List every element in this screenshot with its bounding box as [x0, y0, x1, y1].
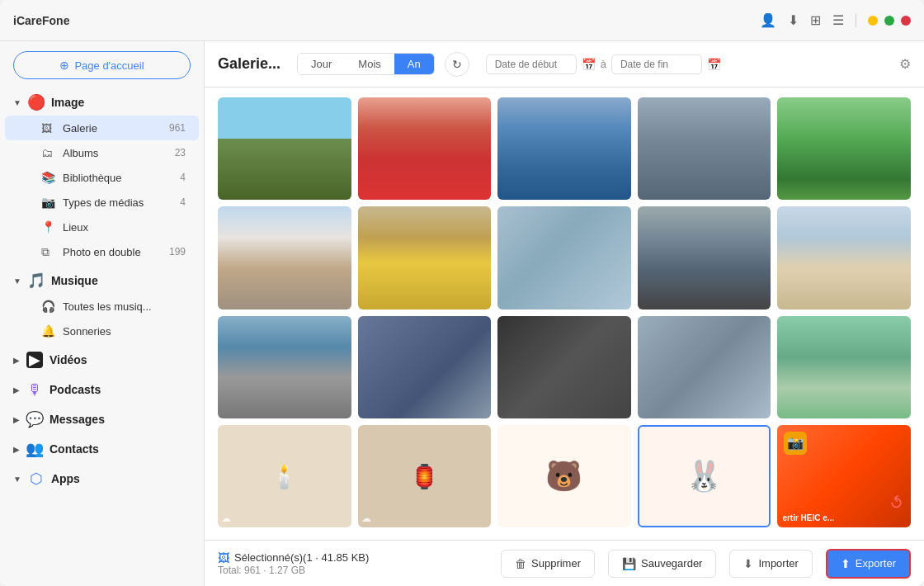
date-filter-group: 📅 à 📅 — [486, 54, 721, 74]
sidebar-section-header-contacts[interactable]: ▶ 👥 Contacts — [0, 436, 204, 462]
minimize-button[interactable] — [868, 16, 878, 26]
date-separator: à — [601, 58, 606, 70]
content-header: Galerie... Jour Mois An ↻ 📅 à 📅 ⚙ — [205, 41, 924, 87]
albums-count: 23 — [175, 147, 186, 158]
settings-icon[interactable]: ⚙ — [899, 56, 911, 72]
tab-mois[interactable]: Mois — [345, 54, 394, 74]
photo-cell-3[interactable] — [497, 97, 631, 200]
home-icon: ⊕ — [59, 59, 69, 72]
photo-cell-12[interactable] — [358, 316, 492, 418]
date-end-calendar-icon[interactable]: 📅 — [707, 58, 721, 71]
photo-cell-11[interactable] — [218, 316, 351, 418]
content-area: Galerie... Jour Mois An ↻ 📅 à 📅 ⚙ — [205, 41, 924, 586]
sidebar-section-contacts: ▶ 👥 Contacts — [0, 436, 204, 462]
photo-cell-17[interactable]: 🏮 ☁ — [358, 425, 492, 527]
importer-button[interactable]: ⬇ Importer — [729, 550, 812, 578]
photo-cell-15[interactable] — [777, 316, 911, 418]
sidebar-item-types[interactable]: 📷 Types de médias 4 — [5, 190, 199, 215]
sidebar-section-header-videos[interactable]: ▶ ▶ Vidéos — [0, 347, 204, 373]
section-arrow-apps: ▼ — [13, 475, 21, 484]
sauvegarder-icon: 💾 — [622, 557, 636, 570]
podcasts-section-label: Podcasts — [50, 383, 101, 396]
contacts-section-label: Contacts — [50, 442, 99, 456]
heic-arrow-icon: ↺ — [885, 491, 908, 515]
photo-cell-18[interactable]: 🐻 — [497, 425, 631, 527]
sidebar-section-header-podcasts[interactable]: ▶ 🎙 Podcasts — [0, 376, 204, 403]
sidebar-item-toutes[interactable]: 🎧 Toutes les musiq... — [5, 294, 199, 319]
galerie-count: 961 — [169, 122, 186, 134]
close-button[interactable] — [901, 16, 911, 26]
photo-cell-14[interactable] — [638, 316, 771, 418]
sidebar-section-header-musique[interactable]: ▼ 🎵 Musique — [0, 267, 204, 294]
sidebar-section-videos: ▶ ▶ Vidéos — [0, 347, 204, 373]
photo-cell-2[interactable] — [358, 97, 492, 200]
home-button[interactable]: ⊕ Page d'accueil — [13, 51, 191, 79]
menu-icon[interactable]: ☰ — [832, 12, 844, 28]
title-bar-icons: 👤 ⬇ ⊞ ☰ — [760, 12, 911, 28]
sidebar-item-galerie[interactable]: 🖼 Galerie 961 — [5, 116, 199, 140]
sidebar-item-lieux[interactable]: 📍 Lieux — [5, 215, 199, 239]
profile-icon[interactable]: 👤 — [760, 12, 776, 28]
selection-info: 🖼 Sélectionné(s)(1 · 41.85 KB) Total: 96… — [218, 551, 488, 576]
app-title: iCareFone — [13, 14, 69, 27]
sidebar-item-sonneries[interactable]: 🔔 Sonneries — [5, 319, 199, 343]
section-arrow-podcasts: ▶ — [13, 385, 20, 395]
photo-cell-6[interactable] — [218, 206, 351, 309]
photo-cell-4[interactable] — [638, 97, 771, 200]
image-section-icon: 🔴 — [28, 94, 45, 111]
tab-an[interactable]: An — [394, 54, 434, 74]
main-layout: ⊕ Page d'accueil ▼ 🔴 Image 🖼 Galerie 961… — [0, 41, 924, 586]
section-arrow-messages: ▶ — [13, 415, 20, 424]
photo-cell-1[interactable] — [218, 97, 351, 200]
refresh-button[interactable]: ↻ — [445, 52, 469, 77]
photo-cell-7[interactable] — [358, 206, 492, 309]
app-window: iCareFone 👤 ⬇ ⊞ ☰ ⊕ Page d'accueil — [0, 0, 924, 586]
sidebar-section-header-apps[interactable]: ▼ ⬡ Apps — [0, 465, 204, 492]
tab-jour[interactable]: Jour — [298, 54, 345, 74]
photo-cell-20[interactable]: 📸 ↺ ertir HEIC e... — [777, 425, 911, 527]
photo-grid-container[interactable]: 🕯️ ☁ 🏮 ☁ 🐻 🐰 📸 ↺ — [205, 87, 924, 540]
date-end-input[interactable] — [611, 54, 702, 74]
maximize-button[interactable] — [884, 16, 894, 26]
photo-cell-16[interactable]: 🕯️ ☁ — [218, 425, 351, 527]
photo-cell-9[interactable] — [638, 206, 771, 309]
photo-cell-19[interactable]: 🐰 — [638, 425, 771, 527]
photo-cell-10[interactable] — [777, 206, 911, 309]
sauvegarder-button[interactable]: 💾 Sauvegarder — [608, 550, 716, 578]
bibliotheque-icon: 📚 — [41, 170, 56, 185]
selection-icon: 🖼 — [218, 551, 229, 565]
download-icon[interactable]: ⬇ — [788, 12, 799, 28]
sidebar-section-header-image[interactable]: ▼ 🔴 Image — [0, 89, 204, 116]
supprimer-button[interactable]: 🗑 Supprimer — [501, 550, 595, 578]
sidebar-section-image: ▼ 🔴 Image 🖼 Galerie 961 🗂 Albums 23 📚 Bi… — [0, 89, 204, 264]
date-start-input[interactable] — [486, 54, 577, 74]
sidebar-item-double[interactable]: ⧉ Photo en double 199 — [5, 239, 199, 264]
photo-cell-13[interactable] — [497, 316, 631, 418]
videos-section-icon: ▶ — [26, 352, 43, 368]
sidebar-section-header-messages[interactable]: ▶ 💬 Messages — [0, 406, 204, 432]
sidebar-item-bibliotheque[interactable]: 📚 Bibliothèque 4 — [5, 165, 199, 190]
heic-app-icon: 📸 — [784, 432, 807, 455]
image-section-label: Image — [51, 96, 84, 109]
bibliotheque-label: Bibliothèque — [63, 172, 180, 184]
date-start-calendar-icon[interactable]: 📅 — [582, 58, 596, 71]
exporter-button[interactable]: ⬆ Exporter — [826, 549, 911, 579]
messages-section-icon: 💬 — [26, 411, 43, 428]
musique-section-label: Musique — [51, 274, 98, 287]
galerie-icon: 🖼 — [41, 121, 56, 135]
sidebar-section-apps: ▼ ⬡ Apps — [0, 465, 204, 492]
sidebar-item-albums[interactable]: 🗂 Albums 23 — [5, 140, 199, 165]
contacts-section-icon: 👥 — [26, 441, 43, 457]
types-icon: 📷 — [41, 195, 56, 210]
grid-icon[interactable]: ⊞ — [810, 12, 821, 28]
gallery-title: Galerie... — [218, 55, 280, 73]
sidebar-section-messages: ▶ 💬 Messages — [0, 406, 204, 432]
double-icon: ⧉ — [41, 244, 56, 259]
sidebar-section-musique: ▼ 🎵 Musique 🎧 Toutes les musiq... 🔔 Sonn… — [0, 267, 204, 343]
importer-icon: ⬇ — [743, 557, 753, 570]
sonneries-label: Sonneries — [63, 325, 186, 338]
photo-cell-8[interactable] — [497, 206, 631, 309]
cloud-icon-17: ☁ — [361, 513, 371, 524]
photo-cell-5[interactable] — [777, 97, 911, 200]
selection-info-main: 🖼 Sélectionné(s)(1 · 41.85 KB) — [218, 551, 488, 565]
